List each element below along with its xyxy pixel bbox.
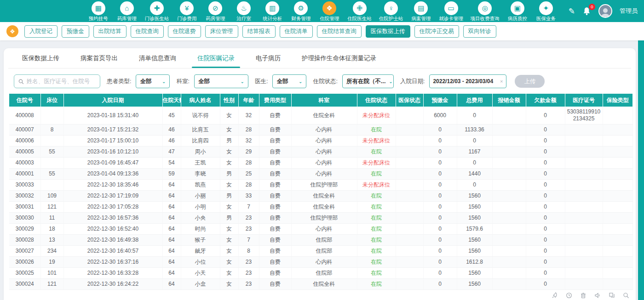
table-row[interactable]: 300029182022-12-30 16:52:4064时尚女23自费心内科在… [9,224,632,235]
table-cell: 在院 [357,213,396,224]
tab-1[interactable]: 医保数据上传 [22,48,59,68]
table-cell: 0 [423,279,457,290]
table-row[interactable]: 4000032023-01-09 16:45:4754王凯女28自费心内科未分配… [9,158,632,169]
table-row[interactable]: 3000321092022-12-30 17:19:0964小丽男33自费住院全… [9,191,632,202]
table-cell: 0 [526,169,565,180]
table-row[interactable]: 300028132022-12-30 16:49:3864猴子女7自费住院部在院… [9,235,632,246]
search-box[interactable] [14,74,100,88]
nav-item-record-qc[interactable]: ▣病历质控 [507,0,528,22]
upload-button[interactable]: 上传 [515,75,545,88]
patients-table: 住院号床位入院日期住院天数病人姓名性别年龄费用类型科室住院状态医保状态预缴金总费… [9,94,633,290]
table-row[interactable]: 300030112022-12-30 16:57:3664小央男23自费住院护理… [9,213,632,224]
table-row[interactable]: 3000241212022-12-30 16:24:2264小盒女23自费住院全… [9,279,632,290]
table-row[interactable]: 4000082023-01-18 15:31:4045说不得女32自费住院全科未… [9,107,632,125]
windows-icon[interactable] [609,292,615,299]
search-input[interactable] [27,78,96,85]
nav-item-insurance[interactable]: ✦医保业务 [535,0,557,22]
rocket-icon[interactable] [552,292,558,299]
toolbar-button[interactable]: 出院结算 [93,25,126,38]
nav-item-appointment[interactable]: ▦预约挂号 [88,0,109,22]
tab-5[interactable]: 电子病历 [256,48,281,68]
tab-2[interactable]: 病案首页导出 [80,48,118,68]
nav-item-drug-store[interactable]: ⌂药库管理 [116,0,138,22]
doctor-select[interactable]: 全部⌄ [272,74,306,88]
record-qc-icon: ▣ [511,1,524,15]
toolbar-button[interactable]: 医保数据上传 [366,25,410,38]
trash-icon[interactable] [580,292,586,299]
tab-4[interactable]: 住院医嘱记录 [197,48,235,68]
toolbar-button[interactable]: 结算报表 [242,25,276,38]
nav-item-inpatient-nurse[interactable]: ♀住院护士站 [379,0,403,22]
inpatient-doctor-icon: ✙ [353,1,367,15]
table-cell: 王凯 [181,158,220,169]
nav-item-visit-card[interactable]: ▭就诊卡管理 [439,0,463,22]
table-cell: 心内科 [291,224,357,235]
speaker-icon[interactable] [594,292,601,299]
tab-3[interactable]: 清单信息查询 [139,48,176,68]
table-cell: 1560 [457,191,492,202]
toolbar-button[interactable]: 住院结算查询 [317,25,362,38]
table-row[interactable]: 400005552023-01-16 10:12:1047周小女29自费心内科在… [9,147,632,158]
nav-item-medical-record[interactable]: ▤病案管理 [410,0,431,22]
table-row[interactable]: 3000251012022-12-30 16:33:2864小天女23自费住院部… [9,268,632,279]
toolbar-button[interactable]: 住院查询 [131,25,164,38]
edit-pencil-icon[interactable]: ✎ [569,6,575,16]
table-cell: 64 [162,268,181,279]
inpatient-status-select[interactable]: 所有在院（不...⌄ [342,74,394,88]
table-cell [396,224,423,235]
inpatient-nurse-icon: ♀ [384,1,398,15]
table-cell [603,279,632,290]
notification-bell-icon[interactable]: 0 [582,7,591,16]
table-cell [603,235,632,246]
table-cell [396,213,423,224]
table-cell [492,246,526,257]
table-cell: 心内科 [291,257,357,268]
nav-item-finance[interactable]: ⚙财务管理 [290,0,311,22]
patient-type-select[interactable]: 全部⌄ [136,74,170,88]
magnifier-icon[interactable] [623,292,629,299]
table-header-row: 住院号床位入院日期住院天数病人姓名性别年龄费用类型科室住院状态医保状态预缴金总费… [9,94,632,107]
table-row[interactable]: 40000782023-01-17 15:21:3246比肩五女28自费心内科在… [9,125,632,136]
toolbar-button[interactable]: 入院登记 [24,25,58,38]
toolbar-button[interactable]: 床位管理 [205,25,238,38]
tab-6[interactable]: 护理操作生命体征测量记录 [302,48,376,68]
table-row[interactable]: 3000272342022-12-30 16:40:5764龇牙女8自费住院部在… [9,246,632,257]
dept-select[interactable]: 全部⌄ [194,74,248,88]
admission-date-range[interactable]: × [429,74,506,88]
table-cell: 64 [162,279,181,290]
table-row[interactable]: 4000062023-01-17 15:00:1046比肩四男32自费心内科未分… [9,136,632,147]
admin-label[interactable]: 管理员 [620,7,638,15]
date-range-input[interactable] [433,78,500,85]
nav-item-statistics[interactable]: ▥统计分析 [262,0,283,22]
table-row[interactable]: 300026192022-12-30 16:37:1664小位女23自费心内科在… [9,257,632,268]
column-header: 住院天数 [162,94,181,107]
nav-item-outpatient-fee[interactable]: ¥门诊费用 [176,0,197,22]
nav-item-charge-query[interactable]: ◎项目收费查询 [471,0,500,22]
nav-item-outpatient-doctor[interactable]: ✚门诊医生站 [145,0,169,22]
table-row[interactable]: 3000332022-12-30 18:35:4664凯燕女28自费住院护理部未… [9,180,632,191]
toolbar-button[interactable]: 双向转诊 [463,25,496,38]
avatar[interactable] [598,4,612,18]
inpatient-status-label: 住院状态: [313,78,337,85]
nav-item-inpatient-doctor[interactable]: ✙住院医生站 [347,0,372,22]
medical-record-icon: ▤ [414,1,428,15]
nav-item-pharmacy[interactable]: ⊘药房管理 [205,0,226,22]
table-cell: 2022-12-30 17:05:28 [63,202,162,213]
toolbar-button[interactable]: 住院清单 [280,25,313,38]
table-cell: 32 [238,107,259,125]
content-card: 医保数据上传病案首页导出清单信息查询住院医嘱记录电子病历护理操作生命体征测量记录… [4,48,636,300]
toolbar-button[interactable]: 住院冲正交易 [414,25,459,38]
table-cell [603,268,632,279]
table-cell: 小盒 [181,279,220,290]
nav-item-treatment-room[interactable]: ♨治疗室 [233,0,254,22]
clear-date-icon[interactable]: × [500,79,503,84]
table-row[interactable]: 400001552023-01-04 09:13:3659李晓男25自费心内科在… [9,169,632,180]
toolbar-button[interactable]: 住院退费 [168,25,201,38]
nav-item-label: 药库管理 [117,16,137,22]
history-icon[interactable] [566,292,572,299]
patient-type-label: 患者类型: [107,78,131,85]
table-row[interactable]: 3000311212022-12-30 17:05:2864小明女7自费住院全科… [9,202,632,213]
toolbar-button[interactable]: 预缴金 [62,25,89,38]
appointment-icon: ▦ [92,1,105,15]
nav-item-inpatient-mgmt[interactable]: ❖住院管理 [319,0,340,22]
